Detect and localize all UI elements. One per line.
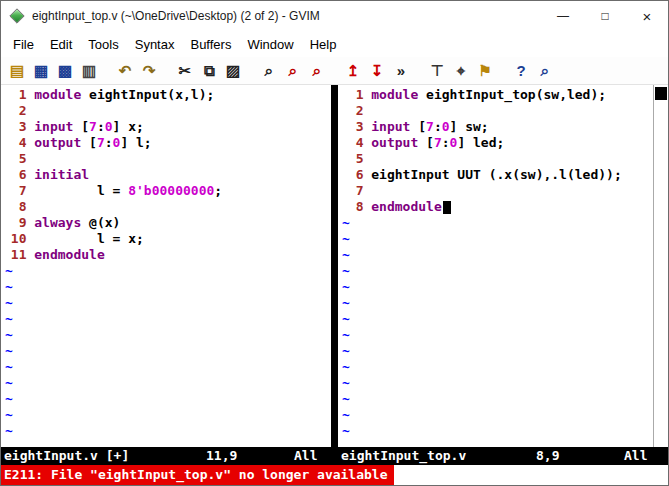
code-line[interactable]: 2 bbox=[340, 103, 653, 119]
copy-icon[interactable]: ⧉ bbox=[197, 59, 221, 83]
toolbar: ▤▦▩▥↶↷✂⧉▨⌕⌕⌕↥↧»⊤⌖⚑?⌕ bbox=[1, 57, 668, 85]
tag-jump-icon[interactable]: ⚑ bbox=[473, 59, 497, 83]
scrollbar-thumb[interactable] bbox=[655, 87, 667, 100]
minimize-button[interactable]: — bbox=[542, 1, 584, 31]
code-segment: output bbox=[34, 135, 81, 150]
tilde-marker: ~ bbox=[3, 375, 331, 391]
find-help-icon[interactable]: ⌕ bbox=[533, 59, 557, 83]
code-line[interactable]: 1module eightInput(x,l); bbox=[3, 87, 331, 103]
vertical-scrollbar[interactable] bbox=[653, 85, 668, 447]
status-scroll-right: All bbox=[624, 447, 664, 465]
code-line[interactable]: 10 l = x; bbox=[3, 231, 331, 247]
line-number: 4 bbox=[3, 135, 26, 151]
open-icon[interactable]: ▤ bbox=[5, 59, 29, 83]
toolbar-group: ⌕⌕⌕ bbox=[257, 59, 329, 83]
code-segment: 0 bbox=[105, 119, 113, 134]
line-number: 7 bbox=[3, 183, 26, 199]
code-segment: endmodule bbox=[34, 247, 104, 262]
paste-icon[interactable]: ▨ bbox=[221, 59, 245, 83]
maximize-button[interactable]: □ bbox=[584, 1, 626, 31]
line-number: 8 bbox=[340, 199, 363, 215]
code-line[interactable]: 5 bbox=[340, 151, 653, 167]
code-segment: input bbox=[371, 119, 410, 134]
save-session-icon[interactable]: ↧ bbox=[365, 59, 389, 83]
tilde-marker: ~ bbox=[340, 231, 653, 247]
line-number: 5 bbox=[3, 151, 26, 167]
run-script-icon[interactable]: » bbox=[389, 59, 413, 83]
tilde-marker: ~ bbox=[340, 407, 653, 423]
close-button[interactable]: × bbox=[626, 1, 668, 31]
code-line[interactable]: 3input [7:0] sw; bbox=[340, 119, 653, 135]
code-segment: 8'b00000000 bbox=[128, 183, 214, 198]
code-segment: : bbox=[434, 119, 442, 134]
load-session-icon[interactable]: ↥ bbox=[341, 59, 365, 83]
vim-logo-icon bbox=[9, 8, 24, 23]
code-line[interactable]: 11endmodule bbox=[3, 247, 331, 263]
code-line[interactable]: 6eightInput UUT (.x(sw),.l(led)); bbox=[340, 167, 653, 183]
editor-pane-left[interactable]: 1module eightInput(x,l);23input [7:0] x;… bbox=[1, 85, 331, 447]
code-line[interactable]: 3input [7:0] x; bbox=[3, 119, 331, 135]
code-line[interactable]: 4output [7:0] l; bbox=[3, 135, 331, 151]
code-segment: module bbox=[371, 87, 418, 102]
editor-pane-right[interactable]: 1module eightInput_top(sw,led);23input [… bbox=[338, 85, 653, 447]
menu-bar: FileEditToolsSyntaxBuffersWindowHelp bbox=[1, 31, 668, 57]
code-line[interactable]: 2 bbox=[3, 103, 331, 119]
menu-window[interactable]: Window bbox=[239, 34, 301, 55]
help-icon[interactable]: ? bbox=[509, 59, 533, 83]
find-next-icon[interactable]: ⌕ bbox=[281, 59, 305, 83]
code-segment: eightInput_top(sw,led); bbox=[418, 87, 606, 102]
menu-edit[interactable]: Edit bbox=[42, 34, 80, 55]
code-line[interactable]: 1module eightInput_top(sw,led); bbox=[340, 87, 653, 103]
menu-file[interactable]: File bbox=[5, 34, 42, 55]
tilde-marker: ~ bbox=[3, 423, 331, 439]
line-number: 11 bbox=[3, 247, 26, 263]
tilde-marker: ~ bbox=[3, 391, 331, 407]
tilde-marker: ~ bbox=[340, 423, 653, 439]
code-segment: endmodule bbox=[371, 199, 441, 214]
save-icon[interactable]: ▦ bbox=[29, 59, 53, 83]
editor-area: 1module eightInput(x,l);23input [7:0] x;… bbox=[1, 85, 668, 447]
tilde-marker: ~ bbox=[3, 311, 331, 327]
tilde-marker: ~ bbox=[3, 343, 331, 359]
text-cursor bbox=[443, 201, 451, 214]
toolbar-group: ↥↧» bbox=[341, 59, 413, 83]
print-icon[interactable]: ▥ bbox=[77, 59, 101, 83]
tilde-marker: ~ bbox=[3, 263, 331, 279]
menu-tools[interactable]: Tools bbox=[80, 34, 126, 55]
undo-icon[interactable]: ↶ bbox=[113, 59, 137, 83]
cut-icon[interactable]: ✂ bbox=[173, 59, 197, 83]
run-ctags-icon[interactable]: ⌖ bbox=[449, 59, 473, 83]
status-bar: eightInput.v [+] 11,9 All eightInput_top… bbox=[1, 447, 668, 465]
make-icon[interactable]: ⊤ bbox=[425, 59, 449, 83]
code-line[interactable]: 5 bbox=[3, 151, 331, 167]
find-prev-icon[interactable]: ⌕ bbox=[305, 59, 329, 83]
code-line[interactable]: 7 bbox=[340, 183, 653, 199]
replace-icon[interactable]: ⌕ bbox=[257, 59, 281, 83]
code-line[interactable]: 6initial bbox=[3, 167, 331, 183]
code-segment: [ bbox=[81, 135, 97, 150]
toolbar-group: ✂⧉▨ bbox=[173, 59, 245, 83]
code-segment: @(x) bbox=[81, 215, 120, 230]
redo-icon[interactable]: ↷ bbox=[137, 59, 161, 83]
menu-syntax[interactable]: Syntax bbox=[127, 34, 183, 55]
tilde-marker: ~ bbox=[3, 279, 331, 295]
line-number: 8 bbox=[3, 199, 26, 215]
code-line[interactable]: 8endmodule bbox=[340, 199, 653, 215]
window-separator[interactable] bbox=[331, 85, 338, 447]
menu-buffers[interactable]: Buffers bbox=[182, 34, 239, 55]
message-line: E211: File "eightInput_top.v" no longer … bbox=[1, 465, 668, 485]
menu-help[interactable]: Help bbox=[302, 34, 345, 55]
code-line[interactable]: 8 bbox=[3, 199, 331, 215]
code-segment: l = bbox=[34, 183, 128, 198]
code-line[interactable]: 4output [7:0] led; bbox=[340, 135, 653, 151]
line-number: 5 bbox=[340, 151, 363, 167]
code-line[interactable]: 9always @(x) bbox=[3, 215, 331, 231]
line-number: 1 bbox=[340, 87, 363, 103]
code-segment: ; bbox=[214, 183, 222, 198]
code-line[interactable]: 7 l = 8'b00000000; bbox=[3, 183, 331, 199]
toolbar-group: ▤▦▩▥ bbox=[5, 59, 101, 83]
code-segment: 7 bbox=[434, 135, 442, 150]
save-all-icon[interactable]: ▩ bbox=[53, 59, 77, 83]
code-segment: 7 bbox=[97, 135, 105, 150]
code-segment: ] l; bbox=[120, 135, 151, 150]
